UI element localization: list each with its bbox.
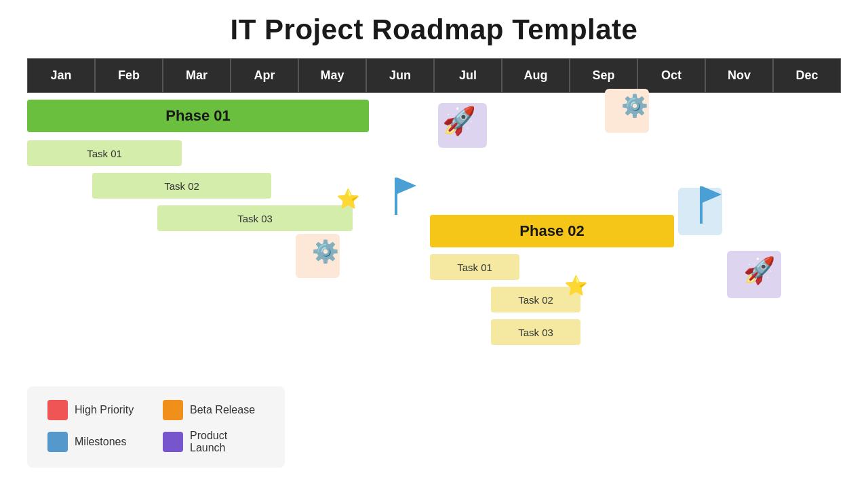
month-sep: Sep	[570, 58, 637, 93]
gear-icon-1: ⚙️	[621, 93, 648, 119]
month-jun: Jun	[366, 58, 434, 93]
legend-item-product-launch: Product Launch	[163, 430, 264, 454]
legend: High Priority Beta Release Milestones Pr…	[27, 386, 285, 468]
gear-icon-2: ⚙️	[312, 239, 339, 264]
product-launch-label: Product Launch	[190, 430, 264, 454]
page: IT Project Roadmap Template Jan Feb Mar …	[0, 0, 868, 488]
month-jan: Jan	[27, 58, 95, 93]
month-mar: Mar	[163, 58, 231, 93]
month-oct: Oct	[637, 58, 705, 93]
legend-grid: High Priority Beta Release Milestones Pr…	[47, 400, 264, 454]
month-apr: Apr	[231, 58, 298, 93]
flag-icon-1	[389, 178, 416, 218]
rocket-icon-1: 🚀	[442, 105, 476, 137]
rocket-icon-2: 🚀	[743, 256, 775, 285]
phase1-task3: Task 03	[157, 205, 353, 231]
phase2-task3: Task 03	[491, 319, 580, 345]
legend-item-beta-release: Beta Release	[163, 400, 264, 420]
page-title: IT Project Roadmap Template	[27, 14, 841, 46]
beta-release-label: Beta Release	[190, 404, 255, 416]
legend-item-high-priority: High Priority	[47, 400, 149, 420]
high-priority-swatch	[47, 400, 68, 420]
month-may: May	[298, 58, 366, 93]
phase2-bar: Phase 02	[430, 215, 674, 247]
month-dec: Dec	[773, 58, 841, 93]
svg-rect-2	[700, 186, 703, 224]
months-row: Jan Feb Mar Apr May Jun Jul Aug Sep Oct …	[27, 58, 841, 93]
month-aug: Aug	[502, 58, 570, 93]
beta-release-swatch	[163, 400, 183, 420]
month-jul: Jul	[434, 58, 502, 93]
svg-marker-1	[397, 178, 416, 194]
legend-item-milestones: Milestones	[47, 430, 149, 454]
phase1-bar: Phase 01	[27, 100, 369, 132]
milestones-label: Milestones	[75, 436, 126, 448]
phase2-task1: Task 01	[430, 254, 519, 280]
phase1-task1: Task 01	[27, 140, 182, 166]
month-feb: Feb	[95, 58, 163, 93]
star-icon-1: ⭐	[336, 188, 360, 210]
star-icon-2: ⭐	[564, 274, 588, 297]
high-priority-label: High Priority	[75, 404, 134, 416]
svg-marker-3	[703, 186, 722, 203]
gantt-area: Phase 01 Task 01 Task 02 Task 03 🚀 ⭐ ⚙️	[27, 100, 841, 371]
phase1-task2: Task 02	[92, 173, 271, 199]
product-launch-swatch	[163, 432, 183, 452]
flag-icon-2	[694, 186, 722, 226]
month-nov: Nov	[705, 58, 773, 93]
milestones-swatch	[47, 432, 68, 452]
svg-rect-0	[395, 178, 397, 215]
